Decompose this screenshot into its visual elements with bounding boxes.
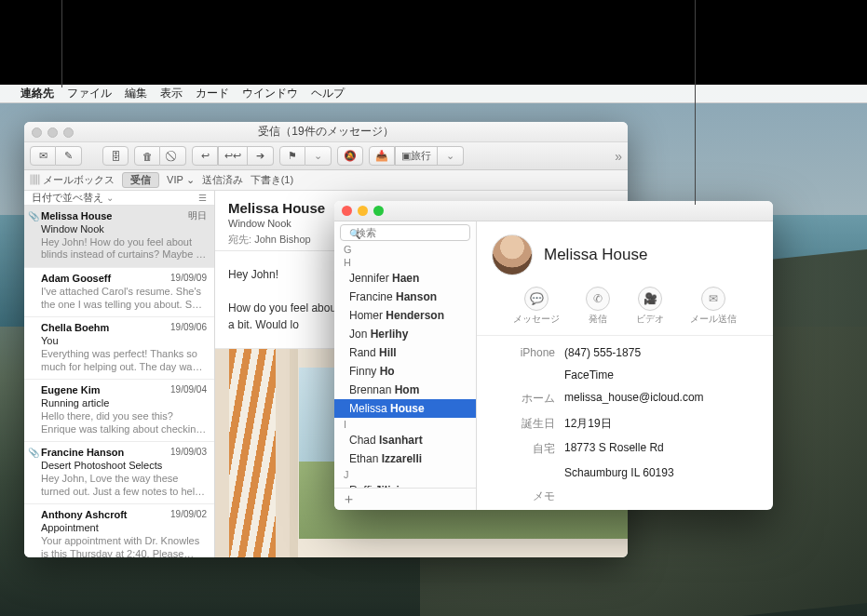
- compose-button[interactable]: ✎: [56, 146, 82, 166]
- move-folder-label: 旅行: [411, 149, 431, 163]
- card-field: ホームmelissa_house@icloud.com: [492, 386, 758, 411]
- inbox-favorite[interactable]: 受信: [122, 172, 159, 188]
- section-letter: J: [334, 468, 476, 481]
- contact-row[interactable]: Homer Henderson: [334, 306, 476, 325]
- app-menu[interactable]: 連絡先: [20, 86, 54, 101]
- message-row[interactable]: Anthony Ashcroft19/09/02AppointmentYour …: [24, 504, 214, 557]
- attachment-icon: 📎: [28, 448, 39, 460]
- contact-row[interactable]: Rand Hill: [334, 343, 476, 362]
- add-contact-button[interactable]: ＋: [334, 488, 476, 510]
- section-letter: H: [334, 256, 476, 269]
- video-action[interactable]: 🎥 ビデオ: [636, 287, 664, 326]
- message-row[interactable]: Chella Boehm19/09/06YouEverything was pe…: [24, 317, 214, 380]
- file-menu[interactable]: ファイル: [67, 86, 112, 101]
- sent-favorite[interactable]: 送信済み: [202, 173, 243, 187]
- contacts-list: 🔍 GHJennifer HaenFrancine HansonHomer He…: [334, 221, 477, 510]
- close-icon[interactable]: [32, 127, 42, 138]
- flag-button[interactable]: ⚑: [279, 146, 305, 166]
- contact-row[interactable]: Melissa House: [334, 399, 476, 418]
- video-icon: 🎥: [638, 287, 662, 311]
- search-field[interactable]: 🔍: [340, 224, 470, 241]
- viewer-to: John Bishop: [254, 234, 311, 245]
- mail-action[interactable]: ✉︎ メール送信: [690, 287, 737, 326]
- mailboxes-button[interactable]: ▥ メールボックス: [30, 173, 115, 187]
- message-row[interactable]: Eugene Kim19/09/04Running articleHello t…: [24, 380, 214, 442]
- section-letter: I: [334, 418, 476, 431]
- mail-icon: ✉︎: [701, 287, 725, 311]
- message-row[interactable]: 📎Melissa House明日Window NookHey John! How…: [24, 206, 214, 268]
- forward-button[interactable]: ➔: [248, 146, 274, 166]
- system-menubar: 連絡先 ファイル 編集 表示 カード ウインドウ ヘルプ: [0, 85, 867, 103]
- reply-all-button[interactable]: ↩︎↩︎: [218, 146, 248, 166]
- window-menu[interactable]: ウインドウ: [242, 86, 298, 101]
- message-action[interactable]: 💬 メッセージ: [513, 287, 560, 326]
- mail-toolbar: ✉︎ ✎ 🗄 🗑 ⃠ ↩︎ ↩︎↩︎ ➔ ⚑ ⌄ 🔕 📥 ▣ 旅行 ⌄ »: [24, 142, 628, 170]
- contact-row[interactable]: Ethan Izzarelli: [334, 449, 476, 468]
- contact-row[interactable]: Raffi Jilizian: [334, 481, 476, 488]
- contact-row[interactable]: Finny Ho: [334, 362, 476, 381]
- contacts-titlebar: [334, 201, 773, 221]
- mail-window-title: 受信（19件のメッセージ）: [258, 124, 393, 140]
- archive-button[interactable]: 🗄: [102, 146, 129, 166]
- contact-row[interactable]: Chad Isanhart: [334, 431, 476, 449]
- zoom-icon[interactable]: [373, 206, 384, 216]
- contacts-window: 🔍 GHJennifer HaenFrancine HansonHomer He…: [334, 201, 773, 510]
- minimize-icon[interactable]: [47, 127, 58, 138]
- message-row[interactable]: Adam Gooseff19/09/09I've attached Carol'…: [24, 268, 214, 317]
- drafts-favorite[interactable]: 下書き(1): [251, 173, 293, 187]
- get-mail-button[interactable]: ✉︎: [30, 146, 56, 166]
- message-icon: 💬: [524, 287, 549, 311]
- contact-row[interactable]: Francine Hanson: [334, 288, 476, 306]
- card-field: 自宅18773 S Roselle Rd: [492, 436, 758, 462]
- edit-menu[interactable]: 編集: [125, 86, 147, 101]
- card-field: Schaumburg IL 60193: [492, 462, 758, 484]
- move-menu-button[interactable]: ⌄: [438, 146, 464, 166]
- delete-button[interactable]: 🗑: [134, 146, 160, 166]
- contact-row[interactable]: Brennan Hom: [334, 381, 476, 399]
- card-menu[interactable]: カード: [196, 86, 229, 101]
- message-row[interactable]: 📎Francine Hanson19/09/03Desert Photoshoo…: [24, 442, 214, 504]
- sort-header[interactable]: 日付で並べ替え ⌄ ☰: [24, 191, 214, 206]
- mail-titlebar: 受信（19件のメッセージ）: [24, 122, 628, 142]
- move-button[interactable]: 📥: [369, 146, 395, 166]
- close-icon[interactable]: [342, 206, 352, 216]
- chevron-down-icon: ⌄: [106, 193, 114, 203]
- mute-button[interactable]: 🔕: [337, 146, 363, 166]
- section-letter: G: [334, 243, 476, 256]
- zoom-icon[interactable]: [63, 127, 74, 138]
- call-action[interactable]: ✆ 発信: [586, 287, 610, 326]
- reply-button[interactable]: ↩︎: [192, 146, 218, 166]
- filter-icon[interactable]: ☰: [198, 193, 207, 203]
- card-field: メモ: [492, 484, 758, 509]
- contact-row[interactable]: Jon Herlihy: [334, 325, 476, 343]
- move-folder-button[interactable]: ▣ 旅行: [395, 146, 438, 166]
- card-field: FaceTime: [492, 364, 758, 386]
- minimize-icon[interactable]: [358, 206, 368, 216]
- view-menu[interactable]: 表示: [160, 86, 183, 101]
- message-list: 日付で並べ替え ⌄ ☰ 📎Melissa House明日Window NookH…: [24, 191, 215, 557]
- junk-button[interactable]: ⃠: [160, 146, 186, 166]
- avatar[interactable]: [492, 234, 533, 275]
- help-menu[interactable]: ヘルプ: [311, 86, 345, 101]
- card-field: iPhone(847) 555-1875: [492, 341, 758, 364]
- mail-favorites-bar: ▥ メールボックス 受信 VIP ⌄ 送信済み 下書き(1): [24, 170, 628, 191]
- contact-row[interactable]: Jennifer Haen: [334, 269, 476, 288]
- contact-name: Melissa House: [544, 246, 648, 264]
- toolbar-overflow-icon[interactable]: »: [615, 149, 622, 164]
- contact-card: Melissa House 💬 メッセージ ✆ 発信 🎥 ビデオ ✉︎ メール送…: [477, 221, 773, 510]
- vip-favorite[interactable]: VIP ⌄: [167, 174, 195, 186]
- search-icon: 🔍: [349, 229, 360, 239]
- card-field: 誕生日12月19日: [492, 411, 758, 436]
- viewer-to-label: 宛先:: [228, 234, 251, 245]
- attachment-icon: 📎: [28, 211, 39, 223]
- phone-icon: ✆: [586, 287, 610, 311]
- flag-menu-button[interactable]: ⌄: [305, 146, 332, 166]
